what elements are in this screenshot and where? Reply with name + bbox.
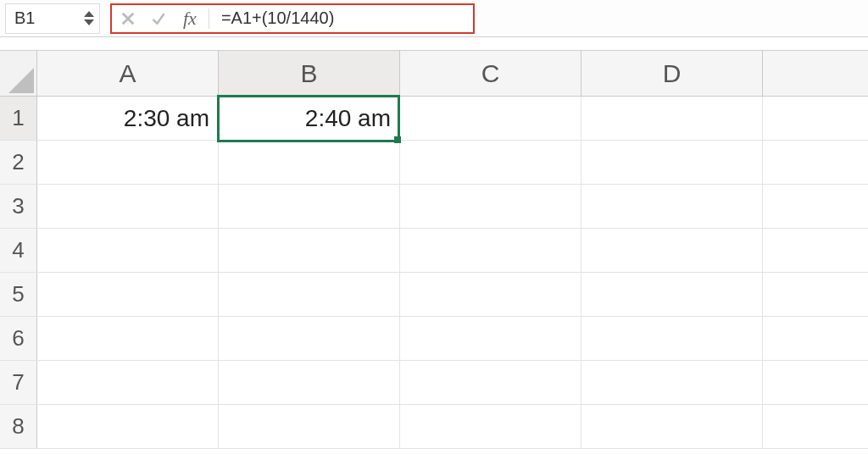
row-header-4[interactable]: 4 <box>0 229 37 272</box>
cell-C7[interactable] <box>400 361 581 404</box>
row: 6 <box>0 317 868 361</box>
cell-D1[interactable] <box>581 97 763 140</box>
cell-B6[interactable] <box>219 317 400 360</box>
triangle-down-icon <box>84 19 94 25</box>
row: 8 <box>0 405 868 449</box>
column-header-E[interactable] <box>763 51 868 96</box>
cell-A4[interactable] <box>37 229 219 272</box>
column-header-A[interactable]: A <box>37 51 219 96</box>
column-header-row: A B C D <box>0 51 868 97</box>
formula-bar: B1 fx =A1+(10/1440) <box>0 0 868 37</box>
ruler-strip <box>0 37 868 51</box>
row: 4 <box>0 229 868 273</box>
cell-D4[interactable] <box>581 229 763 272</box>
cell-B8[interactable] <box>219 405 400 448</box>
row: 2 <box>0 141 868 185</box>
cell-E8[interactable] <box>763 405 868 448</box>
cell-E3[interactable] <box>763 185 868 228</box>
cell-E1[interactable] <box>763 97 868 140</box>
cell-D8[interactable] <box>581 405 763 448</box>
cell-C5[interactable] <box>400 273 581 316</box>
cell-B5[interactable] <box>219 273 400 316</box>
name-box[interactable]: B1 <box>5 3 100 34</box>
row-header-3[interactable]: 3 <box>0 185 37 228</box>
cell-A3[interactable] <box>37 185 219 228</box>
enter-formula-button[interactable] <box>149 9 168 28</box>
cell-D5[interactable] <box>581 273 763 316</box>
fx-label[interactable]: fx <box>183 8 197 30</box>
row-header-7[interactable]: 7 <box>0 361 37 404</box>
cell-D3[interactable] <box>581 185 763 228</box>
cell-C4[interactable] <box>400 229 581 272</box>
divider <box>209 8 209 29</box>
column-header-D[interactable]: D <box>581 51 763 96</box>
column-header-B[interactable]: B <box>219 51 400 96</box>
row-header-5[interactable]: 5 <box>0 273 37 316</box>
row: 1 2:30 am 2:40 am <box>0 97 868 141</box>
select-all-corner[interactable] <box>0 51 37 96</box>
cell-A7[interactable] <box>37 361 219 404</box>
check-icon <box>151 11 166 26</box>
cell-B3[interactable] <box>219 185 400 228</box>
cell-E5[interactable] <box>763 273 868 316</box>
cell-A2[interactable] <box>37 141 219 184</box>
cell-D7[interactable] <box>581 361 763 404</box>
cell-C1[interactable] <box>400 97 581 140</box>
cell-B2[interactable] <box>219 141 400 184</box>
cell-E7[interactable] <box>763 361 868 404</box>
cell-C8[interactable] <box>400 405 581 448</box>
cell-C3[interactable] <box>400 185 581 228</box>
name-box-value: B1 <box>14 8 81 28</box>
cell-A6[interactable] <box>37 317 219 360</box>
cell-D2[interactable] <box>581 141 763 184</box>
triangle-up-icon <box>84 11 94 17</box>
formula-input[interactable]: =A1+(10/1440) <box>221 8 465 28</box>
cell-E6[interactable] <box>763 317 868 360</box>
row-header-8[interactable]: 8 <box>0 405 37 448</box>
row-header-1[interactable]: 1 <box>0 97 37 140</box>
row: 5 <box>0 273 868 317</box>
cell-A8[interactable] <box>37 405 219 448</box>
cell-C6[interactable] <box>400 317 581 360</box>
rows: 1 2:30 am 2:40 am 2 3 4 <box>0 97 868 449</box>
x-icon <box>120 11 136 26</box>
cell-C2[interactable] <box>400 141 581 184</box>
row-header-2[interactable]: 2 <box>0 141 37 184</box>
cell-B1[interactable]: 2:40 am <box>219 97 400 140</box>
spreadsheet-grid[interactable]: A B C D 1 2:30 am 2:40 am 2 3 <box>0 51 868 449</box>
name-box-stepper[interactable] <box>84 11 94 25</box>
cell-B4[interactable] <box>219 229 400 272</box>
cell-A1[interactable]: 2:30 am <box>37 97 219 140</box>
cell-D6[interactable] <box>581 317 763 360</box>
row: 7 <box>0 361 868 405</box>
cell-A5[interactable] <box>37 273 219 316</box>
cell-E2[interactable] <box>763 141 868 184</box>
cell-B7[interactable] <box>219 361 400 404</box>
row: 3 <box>0 185 868 229</box>
cell-E4[interactable] <box>763 229 868 272</box>
cancel-formula-button[interactable] <box>119 9 137 28</box>
formula-bar-group: fx =A1+(10/1440) <box>110 3 475 34</box>
row-header-6[interactable]: 6 <box>0 317 37 360</box>
column-header-C[interactable]: C <box>400 51 581 96</box>
